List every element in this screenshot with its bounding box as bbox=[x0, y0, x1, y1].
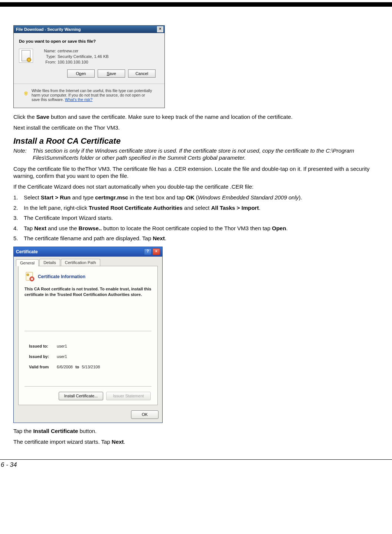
list-item: 1.Select Start > Run and type certmgr.ms… bbox=[13, 194, 379, 201]
dialog-titlebar: File Download - Security Warning × bbox=[14, 26, 164, 33]
list-item: 3.The Certificate Import Wizard starts. bbox=[13, 214, 379, 222]
file-metadata: Name: certnew.cer Type: Security Certifi… bbox=[38, 49, 109, 64]
footer-rule bbox=[0, 459, 392, 460]
svg-rect-0 bbox=[26, 92, 26, 94]
svg-rect-1 bbox=[26, 94, 26, 95]
certificate-dialog: Certificate ? × General Details Certific… bbox=[13, 247, 163, 423]
issued-by-value: user1 bbox=[57, 354, 67, 359]
type-value: Security Certificate, 1.46 KB bbox=[58, 54, 109, 59]
issued-by-row: Issued by: user1 bbox=[29, 354, 151, 359]
name-label: Name: bbox=[38, 49, 56, 53]
svg-point-3 bbox=[27, 274, 29, 276]
para-tap-install: Tap the Install Certificate button. bbox=[13, 427, 379, 434]
valid-from-value: 6/6/2008 bbox=[57, 365, 73, 369]
issued-to-value: user1 bbox=[57, 344, 67, 348]
save-button[interactable]: Save bbox=[98, 69, 125, 78]
list-item: 5.The certificate filename and path are … bbox=[13, 235, 379, 242]
para-if-wizard: If the Certificate Wizard does not start… bbox=[13, 183, 379, 190]
note-block: Note: This section is only if the Window… bbox=[13, 147, 379, 162]
dialog-title: File Download - Security Warning bbox=[16, 27, 81, 32]
note-label: Note: bbox=[13, 147, 33, 162]
close-icon[interactable]: × bbox=[157, 26, 163, 32]
certificate-dialog-titlebar: Certificate ? × bbox=[14, 247, 162, 257]
page-top-bar bbox=[0, 2, 392, 7]
install-certificate-button[interactable]: Install Certificate... bbox=[59, 392, 103, 400]
list-item: 4.Tap Next and use the Browse.. button t… bbox=[13, 225, 379, 232]
tab-general[interactable]: General bbox=[16, 259, 39, 266]
heading-install-root-ca: Install a Root CA Certificate bbox=[13, 136, 379, 146]
certificate-trust-text: This CA Root certificate is not trusted.… bbox=[24, 286, 151, 331]
page-number: 6 - 34 bbox=[0, 461, 392, 472]
certificate-tabs: General Details Certification Path bbox=[16, 259, 160, 266]
type-label: Type: bbox=[38, 54, 56, 59]
para-click-save: Click the Save button and save the certi… bbox=[13, 113, 379, 120]
help-icon[interactable]: ? bbox=[144, 248, 151, 255]
valid-from-row: Valid from 6/6/2008 to 5/13/2108 bbox=[29, 365, 151, 369]
note-text: This section is only if the Windows cert… bbox=[33, 147, 379, 162]
issued-to-row: Issued to: user1 bbox=[29, 344, 151, 348]
tab-details[interactable]: Details bbox=[39, 259, 60, 266]
para-next-install: Next install the certificate on the Thor… bbox=[13, 124, 379, 131]
cancel-button[interactable]: Cancel bbox=[128, 69, 156, 78]
shield-icon bbox=[24, 88, 28, 99]
certificate-file-icon bbox=[19, 49, 33, 63]
valid-to-value: 5/13/2108 bbox=[82, 365, 100, 369]
from-label: From: bbox=[38, 60, 56, 64]
dialog-question: Do you want to open or save this file? bbox=[19, 39, 159, 43]
certificate-info-heading: Certificate Information bbox=[24, 271, 151, 282]
open-button[interactable]: Open bbox=[67, 69, 95, 78]
close-icon[interactable]: × bbox=[153, 248, 160, 255]
para-copy-cert: Copy the certificate file to theThor VM3… bbox=[13, 165, 379, 179]
para-wizard-starts: The certificate import wizard starts. Ta… bbox=[13, 438, 379, 445]
tab-certification-path[interactable]: Certification Path bbox=[61, 259, 100, 266]
file-download-dialog: File Download - Security Warning × Do yo… bbox=[13, 25, 165, 108]
warning-text: While files from the Internet can be use… bbox=[32, 88, 154, 102]
certificate-error-icon bbox=[24, 271, 35, 282]
name-value: certnew.cer bbox=[58, 49, 109, 53]
from-value: 100.100.100.100 bbox=[58, 60, 109, 64]
whats-the-risk-link[interactable]: What's the risk? bbox=[65, 97, 92, 102]
issuer-statement-button: Issuer Statement bbox=[106, 392, 151, 400]
list-item: 2.In the left pane, right-click Trusted … bbox=[13, 204, 379, 212]
certificate-dialog-title: Certificate bbox=[16, 249, 38, 254]
ok-button[interactable]: OK bbox=[131, 410, 159, 419]
